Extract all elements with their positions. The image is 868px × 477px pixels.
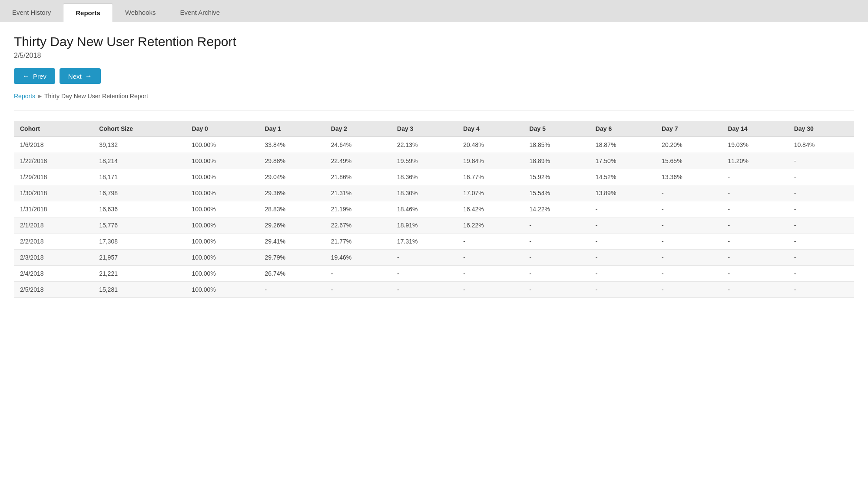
- cell-d2: 21.31%: [325, 185, 391, 201]
- cell-d2: 22.67%: [325, 217, 391, 233]
- cell-d7: -: [656, 217, 722, 233]
- next-button[interactable]: Next: [60, 68, 101, 84]
- cell-d30: -: [788, 201, 854, 217]
- report-date: 2/5/2018: [14, 52, 854, 60]
- tab-event-history[interactable]: Event History: [0, 3, 63, 22]
- cell-d5: -: [523, 266, 590, 282]
- cell-d14: -: [722, 169, 788, 185]
- cell-cohort: 2/4/2018: [14, 266, 93, 282]
- cell-size: 16,636: [93, 201, 186, 217]
- cell-d6: 13.89%: [590, 185, 656, 201]
- prev-arrow-icon: [23, 72, 30, 80]
- cell-d2: -: [325, 266, 391, 282]
- cell-d2: 21.77%: [325, 233, 391, 250]
- tab-webhooks[interactable]: Webhooks: [113, 3, 168, 22]
- cell-d14: 11.20%: [722, 153, 788, 169]
- cell-d0: 100.00%: [186, 266, 259, 282]
- col-header: Day 5: [523, 121, 590, 137]
- cell-d1: 29.41%: [259, 233, 325, 250]
- cell-d6: 14.52%: [590, 169, 656, 185]
- cell-d1: 28.83%: [259, 201, 325, 217]
- cell-d1: 33.84%: [259, 137, 325, 153]
- cell-d4: 16.22%: [457, 217, 523, 233]
- cell-d1: 29.04%: [259, 169, 325, 185]
- table-row: 1/30/201816,798100.00%29.36%21.31%18.30%…: [14, 185, 854, 201]
- cell-cohort: 1/30/2018: [14, 185, 93, 201]
- cell-d6: -: [590, 217, 656, 233]
- col-header: Day 0: [186, 121, 259, 137]
- cell-d1: 29.88%: [259, 153, 325, 169]
- cell-size: 17,308: [93, 233, 186, 250]
- cell-d4: 20.48%: [457, 137, 523, 153]
- col-header: Cohort: [14, 121, 93, 137]
- cell-d30: -: [788, 169, 854, 185]
- next-label: Next: [68, 73, 82, 80]
- section-divider: [14, 110, 854, 110]
- cell-d6: 17.50%: [590, 153, 656, 169]
- cell-d7: -: [656, 282, 722, 298]
- cell-cohort: 2/5/2018: [14, 282, 93, 298]
- cell-d14: -: [722, 266, 788, 282]
- cell-d0: 100.00%: [186, 137, 259, 153]
- col-header: Day 4: [457, 121, 523, 137]
- cell-d6: -: [590, 250, 656, 266]
- breadcrumb-separator: ▶: [38, 93, 42, 99]
- cell-d2: 24.64%: [325, 137, 391, 153]
- prev-button[interactable]: Prev: [14, 68, 55, 84]
- cell-d7: 20.20%: [656, 137, 722, 153]
- cell-size: 16,798: [93, 185, 186, 201]
- cell-d1: 29.36%: [259, 185, 325, 201]
- prev-label: Prev: [33, 73, 46, 80]
- main-content: Thirty Day New User Retention Report 2/5…: [0, 22, 868, 310]
- cell-cohort: 1/22/2018: [14, 153, 93, 169]
- cell-d1: 26.74%: [259, 266, 325, 282]
- cell-d5: -: [523, 282, 590, 298]
- cell-cohort: 1/31/2018: [14, 201, 93, 217]
- cell-cohort: 1/6/2018: [14, 137, 93, 153]
- cell-d3: 17.31%: [391, 233, 457, 250]
- table-row: 1/22/201818,214100.00%29.88%22.49%19.59%…: [14, 153, 854, 169]
- tab-event-archive[interactable]: Event Archive: [168, 3, 232, 22]
- cell-d5: 14.22%: [523, 201, 590, 217]
- cell-d2: 21.19%: [325, 201, 391, 217]
- cell-d3: 18.36%: [391, 169, 457, 185]
- cell-d14: -: [722, 185, 788, 201]
- cell-d30: 10.84%: [788, 137, 854, 153]
- cell-d4: -: [457, 266, 523, 282]
- cell-d0: 100.00%: [186, 217, 259, 233]
- cell-cohort: 2/1/2018: [14, 217, 93, 233]
- cell-cohort: 1/29/2018: [14, 169, 93, 185]
- cell-d30: -: [788, 250, 854, 266]
- table-row: 2/1/201815,776100.00%29.26%22.67%18.91%1…: [14, 217, 854, 233]
- cell-d3: -: [391, 266, 457, 282]
- cell-d30: -: [788, 217, 854, 233]
- cell-size: 15,281: [93, 282, 186, 298]
- cell-d2: 22.49%: [325, 153, 391, 169]
- cell-d5: 18.89%: [523, 153, 590, 169]
- cell-size: 15,776: [93, 217, 186, 233]
- col-header: Cohort Size: [93, 121, 186, 137]
- cell-size: 39,132: [93, 137, 186, 153]
- cell-d3: -: [391, 250, 457, 266]
- cell-d30: -: [788, 233, 854, 250]
- cell-d0: 100.00%: [186, 201, 259, 217]
- tab-reports[interactable]: Reports: [63, 3, 113, 22]
- col-header: Day 2: [325, 121, 391, 137]
- cell-d5: 15.92%: [523, 169, 590, 185]
- cell-d2: 21.86%: [325, 169, 391, 185]
- cell-d3: 22.13%: [391, 137, 457, 153]
- col-header: Day 3: [391, 121, 457, 137]
- cell-d5: 18.85%: [523, 137, 590, 153]
- cell-d14: -: [722, 282, 788, 298]
- next-arrow-icon: [85, 72, 92, 80]
- cell-d4: 16.42%: [457, 201, 523, 217]
- cell-d6: -: [590, 233, 656, 250]
- breadcrumb-parent-link[interactable]: Reports: [14, 93, 35, 100]
- cell-d14: -: [722, 201, 788, 217]
- cell-d0: 100.00%: [186, 233, 259, 250]
- cell-cohort: 2/2/2018: [14, 233, 93, 250]
- table-header: CohortCohort SizeDay 0Day 1Day 2Day 3Day…: [14, 121, 854, 137]
- retention-table: CohortCohort SizeDay 0Day 1Day 2Day 3Day…: [14, 121, 854, 298]
- table-body: 1/6/201839,132100.00%33.84%24.64%22.13%2…: [14, 137, 854, 298]
- cell-d1: -: [259, 282, 325, 298]
